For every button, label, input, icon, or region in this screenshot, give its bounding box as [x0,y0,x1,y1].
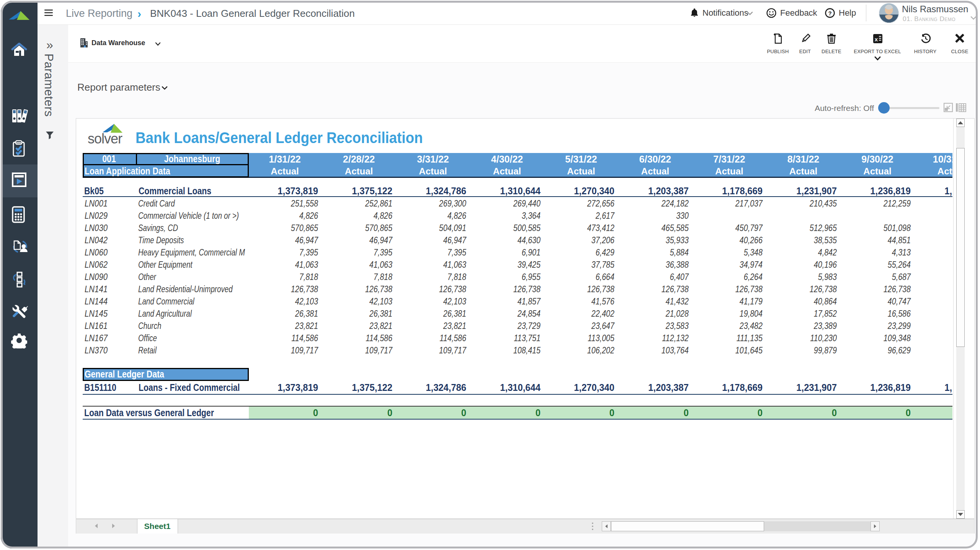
svg-text:x: x [874,36,878,42]
svg-text:?: ? [828,10,831,16]
